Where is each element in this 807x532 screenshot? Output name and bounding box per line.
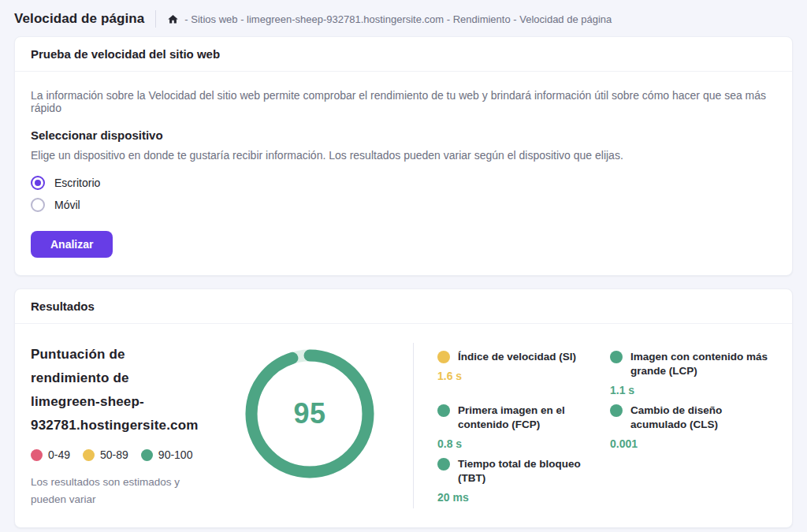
device-section-title: Seleccionar dispositivo [31, 128, 776, 142]
results-card-body: Puntuación de rendimiento de limegreen-s… [15, 324, 792, 527]
top-bar: Velocidad de página - Sitios web - limeg… [0, 0, 807, 36]
metric-value: 1.1 s [610, 384, 779, 396]
results-disclaimer: Los resultados son estimados y pueden va… [31, 474, 192, 508]
metric-value: 0.8 s [437, 437, 599, 450]
legend-dot-red [31, 449, 43, 461]
legend-item-mid: 50-89 [83, 448, 128, 461]
results-card: Resultados Puntuación de rendimiento de … [14, 288, 793, 528]
performance-score-title: Puntuación de rendimiento de limegreen-s… [31, 343, 188, 437]
radio-option-escritorio[interactable]: Escritorio [31, 176, 100, 190]
breadcrumb[interactable]: - Sitios web - limegreen-sheep-932781.ho… [167, 13, 612, 25]
metric-value: 0.001 [610, 437, 779, 450]
metric-cls: Cambio de diseño acumulado (CLS) 0.001 [610, 404, 779, 450]
score-legend: 0-49 50-89 90-100 [31, 448, 228, 461]
radio-label: Escritorio [54, 177, 100, 189]
metric-status-dot [610, 404, 623, 417]
radio-button-icon[interactable] [31, 198, 45, 212]
speed-test-card: Prueba de velocidad del sitio web La inf… [14, 36, 793, 276]
metric-status-dot [437, 404, 450, 417]
home-icon[interactable] [167, 13, 179, 25]
title-separator [155, 10, 156, 28]
metric-status-dot [610, 351, 623, 363]
page-title: Velocidad de página [14, 11, 144, 27]
metric-value: 1.6 s [437, 370, 599, 382]
radio-option-movil[interactable]: Móvil [31, 198, 80, 212]
legend-item-low: 0-49 [31, 448, 70, 461]
metric-value: 20 ms [437, 491, 599, 504]
legend-item-high: 90-100 [141, 448, 193, 461]
metric-status-dot [437, 458, 450, 471]
device-radio-group: Escritorio Móvil [31, 176, 776, 212]
gauge-score-value: 95 [245, 349, 374, 478]
speed-test-card-title: Prueba de velocidad del sitio web [31, 47, 776, 61]
legend-dot-yellow [83, 449, 95, 461]
device-section-hint: Elige un dispositivo en donde te gustarí… [31, 149, 776, 162]
metric-fcp: Primera imagen en el contenido (FCP) 0.8… [437, 404, 599, 450]
metric-tbt: Tiempo total de bloqueo (TBT) 20 ms [437, 457, 599, 504]
radio-button-icon[interactable] [31, 176, 45, 190]
score-info-panel: Puntuación de rendimiento de limegreen-s… [31, 343, 228, 508]
metric-lcp: Imagen con contenido más grande (LCP) 1.… [610, 350, 779, 396]
metric-si: Índice de velocidad (SI) 1.6 s [437, 350, 599, 396]
speed-test-description: La información sobre la Velocidad del si… [31, 89, 776, 114]
breadcrumb-trail: - Sitios web - limegreen-sheep-932781.ho… [184, 13, 612, 25]
metric-status-dot [437, 351, 450, 363]
analyze-button[interactable]: Analizar [31, 231, 113, 258]
results-card-title: Resultados [31, 299, 776, 313]
metrics-panel: Índice de velocidad (SI) 1.6 s Imagen co… [413, 343, 779, 508]
speed-test-card-header: Prueba de velocidad del sitio web [15, 37, 792, 72]
score-gauge: 95 [228, 343, 413, 508]
legend-dot-green [141, 449, 153, 461]
speed-test-card-body: La información sobre la Velocidad del si… [15, 72, 792, 275]
radio-label: Móvil [54, 199, 80, 211]
results-card-header: Resultados [15, 289, 792, 324]
